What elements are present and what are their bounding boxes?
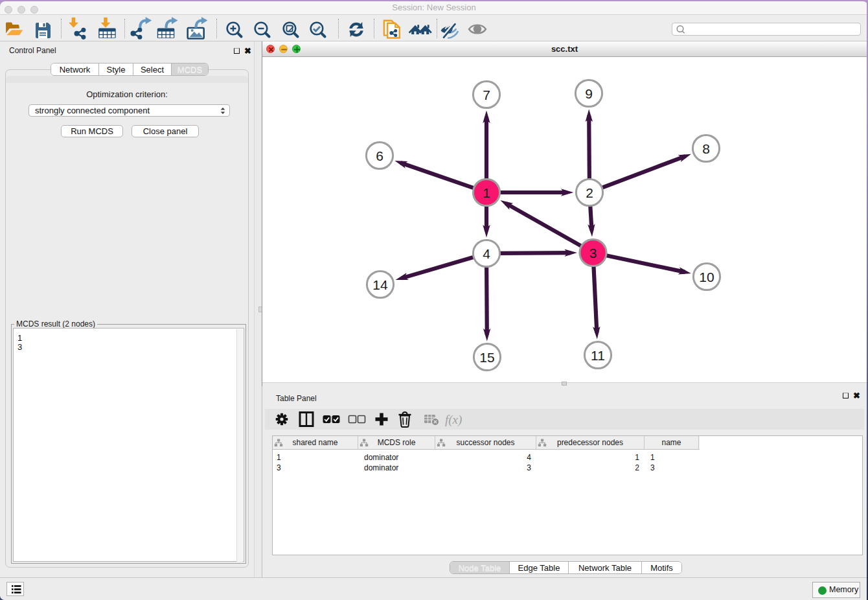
svg-text:7: 7 <box>483 87 490 102</box>
svg-text:9: 9 <box>585 86 593 101</box>
svg-text:14: 14 <box>372 277 388 292</box>
svg-text:6: 6 <box>376 148 383 163</box>
svg-text:3: 3 <box>589 246 597 260</box>
svg-text:1: 1 <box>483 185 490 200</box>
svg-text:15: 15 <box>479 350 494 365</box>
svg-text:10: 10 <box>699 270 714 284</box>
svg-text:4: 4 <box>483 246 490 261</box>
svg-text:8: 8 <box>702 141 710 156</box>
svg-text:11: 11 <box>591 348 605 363</box>
svg-text:2: 2 <box>586 185 593 200</box>
svg-text:f(x): f(x) <box>445 413 462 427</box>
